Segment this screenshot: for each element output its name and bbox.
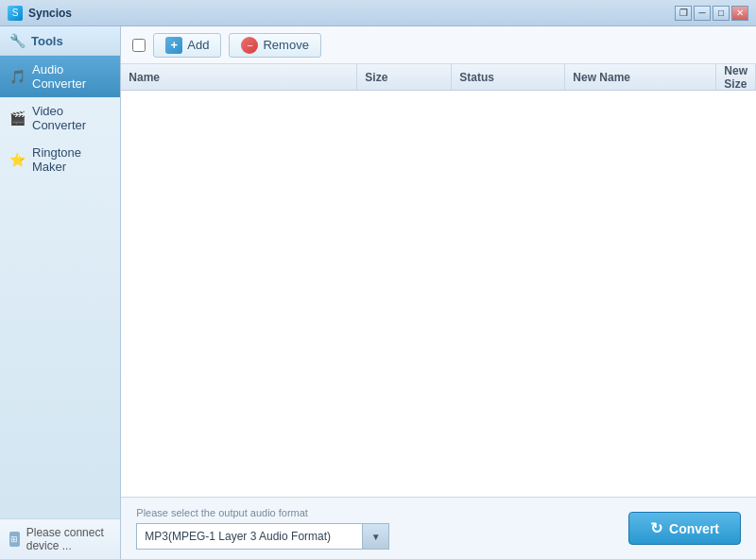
tools-icon: 🔧 xyxy=(9,33,26,48)
sidebar-item-label-audio: Audio Converter xyxy=(32,62,111,91)
remove-button[interactable]: − Remove xyxy=(229,33,320,58)
convert-button[interactable]: ↻ Convert xyxy=(628,512,741,545)
col-header-size: Size xyxy=(357,64,452,90)
format-section: Please select the output audio format MP… xyxy=(136,507,617,550)
add-button[interactable]: + Add xyxy=(153,33,221,58)
col-header-status: Status xyxy=(452,64,565,90)
close-button[interactable]: ✕ xyxy=(731,6,748,21)
window-controls: ❐ ─ □ ✕ xyxy=(675,6,748,21)
sidebar-item-label-ringtone: Ringtone Maker xyxy=(32,145,111,174)
format-label: Please select the output audio format xyxy=(136,507,617,518)
device-label: Please connect device ... xyxy=(26,526,112,552)
minimize-button[interactable]: ─ xyxy=(694,6,711,21)
audio-converter-icon: 🎵 xyxy=(9,69,26,84)
remove-button-label: Remove xyxy=(263,38,308,52)
app-icon: S xyxy=(8,6,23,21)
sidebar-section-tools: 🔧 Tools xyxy=(0,26,120,56)
ringtone-maker-icon: ⭐ xyxy=(9,152,26,167)
sidebar: 🔧 Tools 🎵 Audio Converter 🎬 Video Conver… xyxy=(0,26,121,559)
add-button-label: Add xyxy=(187,38,209,52)
table-body xyxy=(121,91,756,497)
sidebar-device: ⊞ Please connect device ... xyxy=(0,518,120,559)
format-select-wrapper: MP3(MPEG-1 Layer 3 Audio Format) AAC(Adv… xyxy=(136,523,617,550)
add-icon: + xyxy=(165,37,182,54)
video-converter-icon: 🎬 xyxy=(9,110,26,126)
col-header-newname: New Name xyxy=(565,64,716,90)
content-area: + Add − Remove Name Size Status New Name… xyxy=(121,26,756,559)
format-dropdown-arrow[interactable]: ▼ xyxy=(363,523,389,550)
sidebar-item-video-converter[interactable]: 🎬 Video Converter xyxy=(0,97,120,139)
restore-button[interactable]: ❐ xyxy=(675,6,692,21)
maximize-button[interactable]: □ xyxy=(713,6,730,21)
device-icon: ⊞ xyxy=(9,532,20,547)
format-select[interactable]: MP3(MPEG-1 Layer 3 Audio Format) AAC(Adv… xyxy=(136,523,363,550)
col-header-newsize: New Size xyxy=(716,64,756,90)
main-container: 🔧 Tools 🎵 Audio Converter 🎬 Video Conver… xyxy=(0,26,756,559)
dropdown-arrow-icon: ▼ xyxy=(371,532,381,542)
remove-icon: − xyxy=(241,37,258,54)
title-bar: S Syncios ❐ ─ □ ✕ xyxy=(0,0,756,26)
sidebar-section-label: Tools xyxy=(31,34,63,48)
title-bar-left: S Syncios xyxy=(8,6,72,21)
sidebar-item-label-video: Video Converter xyxy=(32,104,111,132)
table-header: Name Size Status New Name New Size xyxy=(121,64,756,91)
toolbar: + Add − Remove xyxy=(121,26,756,64)
convert-button-label: Convert xyxy=(669,521,719,536)
bottom-bar: Please select the output audio format MP… xyxy=(121,497,756,559)
select-all-checkbox[interactable] xyxy=(132,39,146,52)
sidebar-item-ringtone-maker[interactable]: ⭐ Ringtone Maker xyxy=(0,139,120,180)
convert-icon: ↻ xyxy=(650,519,662,537)
app-title: Syncios xyxy=(28,7,72,20)
col-header-name: Name xyxy=(121,64,357,90)
sidebar-item-audio-converter[interactable]: 🎵 Audio Converter xyxy=(0,56,120,97)
